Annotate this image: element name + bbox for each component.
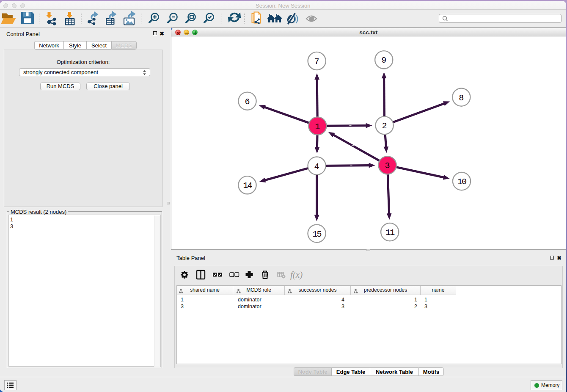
svg-text:4: 4 <box>314 161 319 171</box>
svg-text:1: 1 <box>315 121 320 131</box>
svg-text:15: 15 <box>313 229 322 239</box>
svg-text:8: 8 <box>459 93 464 102</box>
svg-text:11: 11 <box>385 228 395 237</box>
svg-text:14: 14 <box>243 181 252 190</box>
svg-text:6: 6 <box>245 97 250 106</box>
svg-text:3: 3 <box>385 161 390 171</box>
svg-text:2: 2 <box>382 121 387 131</box>
svg-text:10: 10 <box>457 177 466 187</box>
svg-text:7: 7 <box>314 57 319 66</box>
svg-text:9: 9 <box>381 55 386 65</box>
svg-text:f(x): f(x) <box>290 270 303 280</box>
